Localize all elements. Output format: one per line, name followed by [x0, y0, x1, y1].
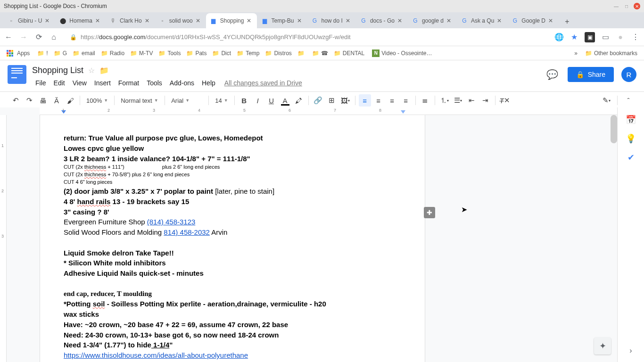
star-icon[interactable]: ☆ [88, 66, 95, 75]
menu-edit[interactable]: Edit [50, 77, 68, 89]
phone-link[interactable]: 814) 458-2032 [164, 228, 210, 236]
bookmark-item[interactable]: 📁Distros [262, 48, 294, 59]
align-justify-button[interactable]: ≡ [400, 94, 412, 107]
back-button[interactable]: ← [4, 33, 13, 42]
maximize-button[interactable]: □ [623, 3, 630, 9]
explore-button[interactable]: ✦ [594, 337, 611, 354]
bookmark-item[interactable]: 📁Temp [234, 48, 262, 59]
bookmark-item[interactable]: 📁Tools [156, 48, 183, 59]
insert-comment-button[interactable]: ⊞ [326, 94, 338, 107]
close-button[interactable]: ✕ [634, 3, 640, 9]
comments-icon[interactable]: 💬 [545, 67, 560, 82]
bookmark-star-icon[interactable]: ★ [570, 33, 579, 42]
align-center-button[interactable]: ≡ [372, 94, 385, 107]
minimize-button[interactable]: — [613, 3, 619, 9]
phone-link[interactable]: (814) 458-3123 [147, 218, 196, 226]
document-title[interactable]: Shopping List [32, 66, 83, 75]
url-link[interactable]: https://www.thisoldhouse.com/ideas/all-a… [64, 350, 401, 361]
align-right-button[interactable]: ≡ [386, 94, 398, 107]
tab-close-icon[interactable]: ✕ [297, 17, 304, 24]
bold-button[interactable]: B [238, 94, 250, 107]
tab-close-icon[interactable]: ✕ [497, 17, 504, 24]
bookmark-item[interactable]: 📁Dict [209, 48, 234, 59]
browser-tab[interactable]: GAsk a Qu✕ [457, 13, 507, 28]
collapse-toolbar-button[interactable]: ˆ [622, 94, 635, 107]
vertical-scrollbar[interactable] [611, 115, 617, 143]
paint-format-button[interactable]: 🖌 [64, 94, 76, 107]
zoom-select[interactable]: 100%▼ [83, 94, 111, 107]
highlight-button[interactable]: 🖍 [293, 94, 305, 107]
print-button[interactable]: 🖶 [37, 94, 49, 107]
keep-icon[interactable]: 💡 [626, 134, 636, 143]
other-bookmarks[interactable]: 📁 Other bookmarks [582, 48, 640, 59]
browser-tab[interactable]: GGoogle D✕ [507, 13, 559, 28]
underline-button[interactable]: U [265, 94, 278, 107]
profile-icon[interactable]: ● [616, 33, 625, 42]
menu-view[interactable]: View [69, 77, 90, 89]
tab-close-icon[interactable]: ✕ [397, 17, 404, 24]
font-select[interactable]: Arial▼ [168, 94, 205, 107]
bookmark-item[interactable]: 📁☎ [309, 48, 331, 59]
editing-mode-button[interactable]: ✎▾ [600, 94, 612, 107]
browser-tab[interactable]: ▫solid woo✕ [155, 13, 206, 28]
bookmark-item[interactable]: 📁! [34, 48, 50, 59]
horizontal-ruler[interactable]: 12345678 [40, 107, 617, 115]
browser-tab[interactable]: ⬤Homema✕ [55, 13, 106, 28]
docs-logo-icon[interactable] [8, 65, 26, 84]
align-left-button[interactable]: ≡ [359, 94, 371, 107]
font-size-select[interactable]: 14▼ [212, 94, 231, 107]
menu-file[interactable]: File [32, 77, 50, 89]
translate-icon[interactable]: 🌐 [554, 33, 564, 42]
browser-tab[interactable]: Gdocs - Go✕ [356, 13, 408, 28]
document-content[interactable]: return: True Value all purpose pvc glue,… [64, 133, 401, 361]
line-spacing-button[interactable]: ≣ [419, 94, 431, 107]
bookmark-item[interactable]: 📁email [70, 48, 98, 59]
forward-button[interactable]: → [19, 33, 28, 42]
new-tab-button[interactable]: + [561, 15, 574, 28]
document-page[interactable]: ✚ return: True Value all purpose pvc glu… [40, 115, 425, 362]
add-comment-icon[interactable]: ✚ [424, 207, 435, 218]
redo-button[interactable]: ↷ [23, 94, 35, 107]
extension-icon[interactable]: ▣ [585, 32, 595, 42]
tab-close-icon[interactable]: ✕ [145, 17, 151, 24]
browser-tab[interactable]: ▆Temp-Bu✕ [257, 13, 307, 28]
text-color-button[interactable]: A [279, 94, 291, 107]
bookmark-item[interactable]: 📁M-TV [127, 48, 156, 59]
menu-format[interactable]: Format [115, 77, 142, 89]
bookmark-item[interactable]: 📁Radio [98, 48, 127, 59]
tab-close-icon[interactable]: ✕ [346, 17, 352, 24]
bookmark-item[interactable]: 📁G [51, 48, 70, 59]
reload-button[interactable]: ⟳ [34, 33, 43, 42]
browser-tab[interactable]: 🎙Clark Ho✕ [106, 13, 155, 28]
style-select[interactable]: Normal text▼ [118, 94, 161, 107]
insert-image-button[interactable]: 🖼▾ [339, 94, 352, 107]
menu-help[interactable]: Help [198, 77, 219, 89]
browser-tab[interactable]: Ggoogle d✕ [408, 13, 457, 28]
browser-tab[interactable]: ▫Gibiru - U✕ [4, 13, 55, 28]
insert-link-button[interactable]: 🔗 [312, 94, 324, 107]
bulleted-list-button[interactable]: ☰▾ [452, 94, 464, 107]
tasks-icon[interactable]: ✔ [626, 153, 636, 162]
italic-button[interactable]: I [252, 94, 264, 107]
decrease-indent-button[interactable]: ⇤ [466, 94, 478, 107]
bookmark-item[interactable]: N Video - Osseointe… [369, 48, 435, 59]
bookmarks-overflow[interactable]: » [571, 48, 580, 59]
bookmark-item[interactable]: 📁Pats [183, 48, 209, 59]
browser-tab[interactable]: Ghow do I✕ [307, 13, 356, 28]
share-button[interactable]: 🔒 Share [568, 67, 614, 82]
menu-insert[interactable]: Insert [91, 77, 114, 89]
tab-close-icon[interactable]: ✕ [446, 17, 453, 24]
url-box[interactable]: 🔒 https://docs.google.com/document/d/10R… [64, 31, 549, 44]
calendar-icon[interactable]: 📅 [626, 115, 636, 124]
apps-button[interactable]: Apps [4, 48, 33, 59]
tab-close-icon[interactable]: ✕ [95, 17, 102, 24]
bookmark-item[interactable]: 📁 [295, 48, 309, 59]
tab-close-icon[interactable]: ✕ [247, 17, 253, 24]
clear-formatting-button[interactable]: T✕ [499, 94, 511, 107]
bookmark-item[interactable]: 📁DENTAL [331, 48, 367, 59]
home-button[interactable]: ⌂ [49, 33, 58, 42]
spellcheck-button[interactable]: Ă [50, 94, 63, 107]
tab-close-icon[interactable]: ✕ [196, 17, 202, 24]
menu-tools[interactable]: Tools [143, 77, 165, 89]
extension-icon-2[interactable]: ▭ [601, 33, 610, 42]
